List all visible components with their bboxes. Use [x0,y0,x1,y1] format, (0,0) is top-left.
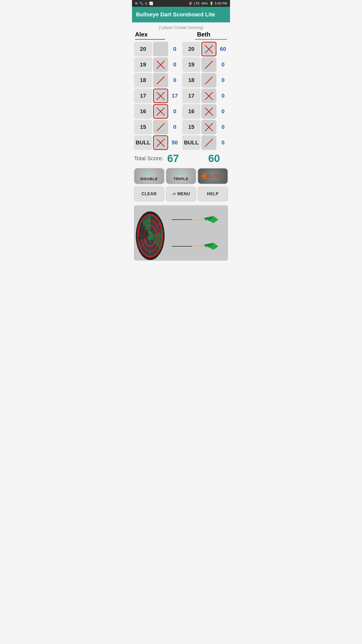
players-header: Alex Beth [134,31,228,40]
beth-total-score: 60 [195,152,228,165]
beth-number-15: 15 [182,120,200,134]
alex-points-20: 0 [169,46,180,52]
email-icon: ✉ [135,2,138,5]
alex-total-score: 67 [167,152,195,165]
alex-row-17: 17 17 [134,89,180,103]
beth-mark-15[interactable] [201,120,216,134]
alex-row-18: 18 0 [134,73,180,88]
svg-point-18 [208,219,210,220]
beth-number-16: 16 [182,104,200,119]
help-button[interactable]: HELP [198,187,228,201]
alex-number-18: 18 [134,73,152,88]
triple-button[interactable]: 3X TRIPLE [166,168,196,184]
signal-indicator: LTE [194,2,200,5]
clear-button[interactable]: CLEAR [134,187,164,201]
alex-number-17: 17 [134,89,152,103]
alex-points-18: 0 [169,77,180,84]
beth-mark-19[interactable] [201,57,216,72]
beth-mark-16[interactable] [201,104,216,119]
app-header: Bullseye Dart Scoreboard Lite [132,7,230,22]
alex-points-19: 0 [169,61,180,68]
beth-section: 20 60 19 0 18 0 [182,42,229,150]
alex-number-16: 16 [134,104,152,119]
double-button[interactable]: 2X DOUBLE [134,168,164,184]
beth-number-18: 18 [182,73,200,88]
beth-points-15: 0 [217,124,229,130]
beth-number-17: 17 [182,89,200,103]
double-sub-label: 2X [146,171,152,177]
alex-points-17: 17 [169,93,180,99]
alex-name-header: Alex [135,31,165,40]
download-icon: ⊙ [145,2,148,5]
dart-2-stick [172,246,192,247]
alex-number-20: 20 [134,42,152,56]
alex-row-19: 19 0 [134,57,180,72]
alex-mark-bull[interactable] [153,135,168,150]
status-icons: ✉ 🔧 ⊙ 📈 [135,2,153,5]
action-row-1: 2X DOUBLE 3X TRIPLE DELETE [132,167,230,186]
status-bar: ✉ 🔧 ⊙ 📈 🔇 LTE 48% 🔋 5:00 PM [132,0,230,7]
alex-mark-19[interactable] [153,57,168,72]
alex-number-19: 19 [134,57,152,72]
beth-number-bull: BULL [182,135,200,150]
delete-button[interactable]: DELETE [198,168,228,184]
beth-number-20: 20 [182,42,200,56]
battery-level: 48% [201,2,208,5]
battery-icon: 🔋 [209,2,213,5]
menu-button[interactable]: -> MENU [166,187,196,201]
beth-number-19: 19 [182,57,200,72]
alex-mark-17[interactable] [153,89,168,103]
total-score-row: Total Score: 67 60 [132,150,230,167]
status-info: 🔇 LTE 48% 🔋 5:00 PM [189,2,227,5]
svg-point-17 [205,219,207,220]
triple-label: TRIPLE [173,177,188,181]
dart-2-grip [192,246,203,247]
darts-display [169,205,228,261]
game-mode-label: 2 player Cricket (scoring) [132,22,230,31]
alex-number-bull: BULL [134,135,152,150]
svg-point-21 [205,246,207,247]
beth-mark-bull[interactable] [201,135,216,150]
alex-row-15: 15 0 [134,120,180,134]
beth-row-19: 19 0 [182,57,229,72]
wrench-icon: 🔧 [139,2,143,5]
dart-1-stick [172,219,192,220]
dart-1-flight [203,215,218,224]
beth-name-header: Beth [195,31,227,40]
alex-row-20: 20 0 [134,42,180,56]
beth-mark-20[interactable] [201,42,216,56]
alex-mark-15[interactable] [153,120,168,134]
beth-row-20: 20 60 [182,42,229,56]
dartboard-image [134,205,169,261]
scoreboard: Alex Beth 20 0 19 0 [132,31,230,150]
alex-points-16: 0 [169,108,180,115]
delete-label: DELETE [205,174,221,178]
alex-row-16: 16 0 [134,104,180,119]
beth-row-bull: BULL 0 [182,135,229,150]
alex-mark-16[interactable] [153,104,168,119]
clock: 5:00 PM [215,2,227,5]
alex-points-bull: 50 [169,139,180,146]
action-row-2: CLEAR -> MENU HELP [132,186,230,203]
alex-section: 20 0 19 0 18 0 [134,42,180,150]
beth-points-bull: 0 [217,139,229,146]
beth-mark-18[interactable] [201,73,216,88]
beth-row-15: 15 0 [182,120,229,134]
beth-points-17: 0 [217,93,229,99]
beth-points-18: 0 [217,77,229,84]
alex-mark-18[interactable] [153,73,168,88]
beth-row-17: 17 0 [182,89,229,103]
alex-points-15: 0 [169,124,180,130]
score-rows-container: 20 0 19 0 18 0 [134,42,228,150]
double-label: DOUBLE [141,177,158,181]
svg-point-22 [208,246,210,247]
dart-1-grip [192,219,203,220]
dart-2 [172,242,218,251]
dart-2-flight [203,242,218,251]
app-title: Bullseye Dart Scoreboard Lite [136,11,215,18]
chart-icon: 📈 [149,2,153,5]
alex-mark-20[interactable] [153,42,168,56]
beth-row-18: 18 0 [182,73,229,88]
dartboard-area [134,205,228,261]
beth-mark-17[interactable] [201,89,216,103]
